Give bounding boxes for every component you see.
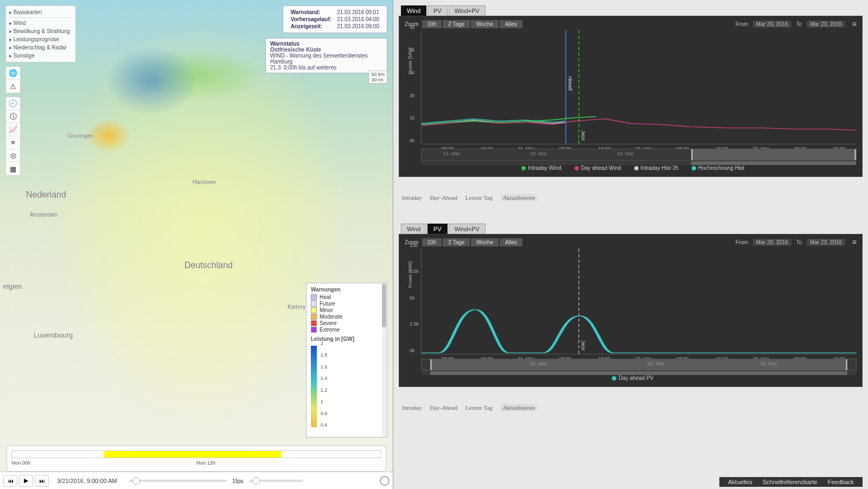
chart2-menu-icon[interactable]: ≡: [852, 238, 857, 246]
chart-pv-container: Wind PV Wind+PV Zoom 10h 2 Tage Woche Al…: [399, 224, 863, 412]
tab-windpv[interactable]: Wind+PV: [449, 5, 486, 16]
link-intraday[interactable]: Intraday: [402, 194, 422, 201]
legend-scrollbar[interactable]: [382, 284, 386, 436]
target-icon[interactable]: ◎: [6, 149, 20, 162]
list-icon[interactable]: ≡: [6, 136, 20, 149]
legend-entry[interactable]: Hochrechnung Hist: [687, 165, 744, 171]
layer-clouds[interactable]: Bewölkung & Strahlung: [9, 27, 72, 35]
map-panel[interactable]: Nederland Deutschland Luxembourg Amsterd…: [0, 0, 393, 489]
link-aktualisieren[interactable]: Aktualisieren: [501, 194, 537, 201]
chart1-navigator[interactable]: 14. Mar 16. Mar 18. Mar: [421, 149, 857, 161]
zoom-alles[interactable]: Alles: [500, 20, 522, 28]
footer-aktuelles[interactable]: Aktuelles: [728, 479, 752, 485]
nav-scrollbar[interactable]: [422, 161, 856, 165]
globe-icon[interactable]: 🌐: [6, 67, 20, 80]
zoom-2tage[interactable]: 2 Tage: [443, 20, 470, 28]
zoom2-10h[interactable]: 10h: [422, 238, 442, 246]
link2-intraday[interactable]: Intraday: [402, 404, 422, 411]
legend-entry[interactable]: Intraday Wind: [517, 165, 561, 171]
chart1-plot[interactable]: Power [MW] 0k 1k 2k 3k 4k 5k Aktuell Jet…: [421, 30, 857, 144]
chart2-toolbar: Zoom 10h 2 Tage Woche Alles From Mar 20,…: [405, 238, 857, 246]
tab-pv[interactable]: PV: [427, 5, 448, 16]
layer-other[interactable]: Sonstige: [9, 52, 72, 60]
footer-links: Aktuelles Schnellreferenzkarte Feedback: [719, 477, 863, 487]
to-label: To: [796, 21, 802, 27]
zoom2-alles[interactable]: Alles: [500, 238, 522, 246]
timeline-track[interactable]: [11, 450, 381, 458]
tab2-windpv[interactable]: Wind+PV: [449, 224, 486, 234]
anzeigezeit-value: 21.03.2016 09:00: [335, 23, 381, 29]
tab2-pv[interactable]: PV: [427, 224, 448, 234]
info-icon[interactable]: ⓘ: [6, 110, 20, 123]
place-luxembourg: Luxembourg: [34, 331, 73, 339]
zoom2-2tage[interactable]: 2 Tage: [443, 238, 470, 246]
legend-title: Warnungen: [311, 287, 382, 293]
chart2-tabs: Wind PV Wind+PV: [399, 224, 863, 234]
scale-km: 50 km: [371, 72, 385, 77]
link2-dayahead[interactable]: Day-Ahead: [430, 404, 457, 411]
warn-text2: 21.3. 0:00h bis auf weiteres: [270, 65, 382, 71]
next-button[interactable]: ⏭: [35, 475, 49, 487]
place-groningen: Groningen: [68, 133, 93, 139]
layer-panel: Basiskarten Wind Bewölkung & Strahlung L…: [5, 5, 76, 62]
current-time: 3/21/2016, 9:00:00 AM: [57, 478, 117, 484]
place-hannover: Hannover: [193, 179, 216, 185]
layer-basiskarten[interactable]: Basiskarten: [9, 8, 72, 16]
warning-icon[interactable]: ⚠: [6, 80, 20, 93]
grid-icon[interactable]: ▦: [6, 162, 20, 175]
legend-level: Minor: [311, 307, 382, 313]
playback-controls: ⏮ ▶ ⏭ 3/21/2016, 9:00:00 AM 1fps: [0, 472, 393, 489]
speed-slider-2[interactable]: [249, 480, 303, 482]
footer-schnellref[interactable]: Schnellreferenzkarte: [763, 479, 818, 485]
warn-text1: WIND - Warnung des Seewetterdienstes Ham…: [270, 53, 382, 65]
prev-button[interactable]: ⏮: [3, 475, 17, 487]
layer-forecast[interactable]: Leistungsprognose: [9, 35, 72, 43]
chart2-sublinks: Intraday Day-Ahead Letzter Tag Aktualisi…: [399, 403, 863, 412]
timeline-tick-l: Mon 00h: [11, 460, 30, 466]
chart-menu-icon[interactable]: ≡: [852, 20, 857, 28]
timeline-tick-r: Mon 12h: [196, 460, 215, 466]
to-date[interactable]: Mar 23, 2016: [807, 21, 845, 28]
chart2-plot[interactable]: Power [MW] 0k 2.5k 5k 7.5k 10k Jetzt 08:…: [421, 249, 857, 354]
timeline[interactable]: Mon 00h Mon 12h: [7, 446, 386, 472]
warn-title: Warnstatus: [270, 41, 382, 47]
chart2-svg: [422, 249, 857, 354]
warnstand-label: Warnstand:: [289, 9, 334, 15]
legend-level: Extreme: [311, 327, 382, 333]
from-date[interactable]: Mar 20, 2016: [753, 21, 792, 28]
anzeigezeit-label: Anzeigezeit:: [289, 23, 334, 29]
legend-level: Heat: [311, 294, 382, 300]
tab-wind[interactable]: Wind: [401, 5, 426, 16]
from-date2[interactable]: Mar 20, 2016: [753, 239, 792, 246]
nav2-scrollbar[interactable]: [422, 371, 856, 375]
time-info-box: Warnstand:21.03.2016 09:01 Vorhersagelau…: [283, 5, 387, 33]
chart2-navigator[interactable]: 21. Mar 22. Mar 23. Mar: [421, 359, 857, 371]
loop-icon[interactable]: [380, 476, 390, 486]
zoom2-woche[interactable]: Woche: [471, 238, 499, 246]
layer-precip[interactable]: Niederschlag & Radar: [9, 43, 72, 52]
place-amsterdam: Amsterdam: [30, 212, 58, 218]
play-button[interactable]: ▶: [19, 475, 33, 487]
footer-feedback[interactable]: Feedback: [828, 479, 854, 485]
zoom-10h[interactable]: 10h: [422, 20, 442, 28]
tab2-wind[interactable]: Wind: [401, 224, 426, 234]
fps-label: 1fps: [232, 478, 244, 484]
place-nederland: Nederland: [26, 190, 66, 200]
chart-icon[interactable]: 📈: [6, 123, 20, 136]
place-belgien: elgien: [3, 282, 22, 290]
tool-group-1: 🌐 ⚠: [5, 66, 21, 93]
legend-entry[interactable]: Day ahead PV: [608, 375, 654, 381]
scale-box: 50 km 30 mi: [368, 71, 387, 84]
speed-slider-1[interactable]: [129, 480, 227, 482]
link-letztertag[interactable]: Letzter Tag: [465, 194, 493, 201]
link2-letztertag[interactable]: Letzter Tag: [465, 404, 493, 411]
layer-wind[interactable]: Wind: [9, 19, 72, 27]
zoom-woche[interactable]: Woche: [471, 20, 499, 28]
legend-box: Warnungen HeatFutureMinorModerateSevereE…: [306, 283, 387, 437]
link2-aktualisieren[interactable]: Aktualisieren: [501, 404, 537, 411]
to-date2[interactable]: Mar 23, 2016: [807, 239, 845, 246]
legend-entry[interactable]: Day ahead Wind: [570, 165, 621, 171]
link-dayahead[interactable]: Day-Ahead: [430, 194, 457, 201]
clock-icon[interactable]: 🕘: [6, 97, 20, 110]
legend-entry[interactable]: Intraday Hist 2h: [630, 165, 679, 171]
